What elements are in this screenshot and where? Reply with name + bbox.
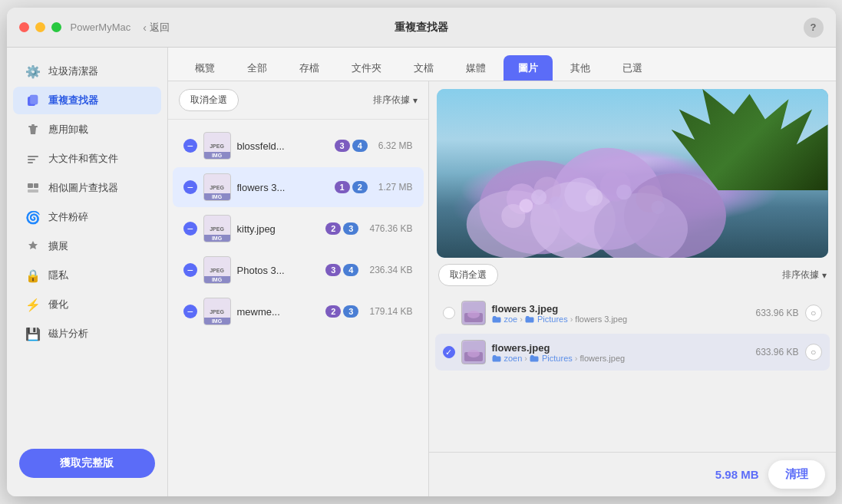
back-button[interactable]: ‹ 返回: [143, 21, 170, 35]
back-arrow-icon: ‹: [143, 21, 147, 34]
svg-point-24: [549, 196, 563, 210]
file-list-item[interactable]: − JPEG IMG flowers 3... 1 2: [173, 167, 424, 207]
file-info: blossfeld...: [237, 140, 330, 152]
svg-point-25: [586, 189, 603, 206]
sidebar-item-disk[interactable]: 💾 磁片分析: [13, 320, 161, 348]
file-list: − JPEG IMG blossfeld... 3 4: [168, 120, 428, 496]
badge-count2: 2: [352, 181, 368, 193]
tab-archive[interactable]: 存檔: [285, 55, 334, 81]
tab-all[interactable]: 全部: [233, 55, 282, 81]
path-arrow-icon3: ›: [524, 354, 527, 363]
clean-button[interactable]: 清理: [768, 460, 825, 489]
sidebar-item-uninstall[interactable]: 應用卸載: [13, 116, 161, 143]
preview-chevron-icon: ▾: [822, 270, 827, 281]
preview-file-name: flowers 3.jpeg: [492, 303, 750, 315]
sidebar-item-shred[interactable]: 🌀 文件粉碎: [13, 203, 161, 231]
preview-file-action2[interactable]: ○: [805, 344, 822, 361]
svg-rect-6: [28, 162, 33, 163]
tab-overview[interactable]: 概覽: [180, 55, 229, 81]
path-folder: Pictures: [525, 315, 568, 324]
sidebar-large-label: 大文件和舊文件: [48, 152, 118, 166]
maximize-button[interactable]: [51, 22, 61, 32]
file-thumbnail: JPEG IMG: [203, 173, 231, 201]
svg-rect-7: [28, 183, 33, 188]
preview-deselect-button[interactable]: 取消全選: [438, 264, 498, 286]
disk-icon: 💾: [25, 326, 41, 341]
remove-button[interactable]: −: [183, 305, 197, 318]
sort-button[interactable]: 排序依據 ▾: [373, 94, 418, 107]
file-list-item[interactable]: − JPEG IMG mewme... 2 3: [173, 292, 424, 331]
remove-button[interactable]: −: [183, 263, 197, 277]
sidebar-item-duplicate[interactable]: 重複查找器: [13, 87, 161, 114]
tab-media[interactable]: 媒體: [451, 55, 500, 81]
file-name: Photos 3...: [237, 265, 322, 276]
badge-group: 2 3: [325, 305, 358, 318]
trash-icon: ⚙️: [25, 64, 41, 79]
similar-icon: [25, 180, 41, 196]
preview-checkbox[interactable]: [443, 307, 455, 319]
preview-sort-button[interactable]: 排序依據 ▾: [782, 268, 827, 282]
tab-other[interactable]: 其他: [556, 55, 605, 81]
help-button[interactable]: ?: [804, 18, 824, 38]
sidebar-privacy-label: 隱私: [48, 268, 68, 282]
badge-count1: 3: [325, 264, 341, 276]
preview-image: [437, 89, 828, 258]
tab-folder[interactable]: 文件夾: [337, 55, 396, 81]
preview-file-path: zoen › Pictures ›: [492, 354, 750, 363]
sidebar-item-similar[interactable]: 相似圖片查找器: [13, 174, 161, 202]
app-name: PowerMyMac: [71, 21, 131, 33]
large-icon: [25, 151, 41, 166]
sidebar-item-optimize[interactable]: ⚡ 優化: [13, 291, 161, 318]
traffic-lights: [19, 22, 61, 32]
svg-point-30: [467, 311, 480, 318]
close-button[interactable]: [19, 22, 29, 32]
preview-thumb: [461, 340, 486, 364]
duplicate-icon: [25, 93, 41, 108]
sidebar-item-trash[interactable]: ⚙️ 垃圾清潔器: [13, 58, 161, 85]
badge-group: 1 2: [335, 181, 368, 193]
tab-image[interactable]: 圖片: [504, 55, 553, 81]
tab-document[interactable]: 文檔: [399, 55, 448, 81]
file-list-item[interactable]: − JPEG IMG kitty.jpeg 2 3: [173, 209, 424, 249]
path-file: flowers 3.jpeg: [575, 315, 627, 324]
titlebar: PowerMyMac ‹ 返回 重複查找器 ?: [7, 8, 836, 48]
preview-file-name: flowers.jpeg: [492, 342, 750, 354]
total-size: 5.98 MB: [715, 468, 759, 481]
chevron-down-icon: ▾: [413, 95, 418, 106]
sidebar-item-privacy[interactable]: 🔒 隱私: [13, 262, 161, 289]
badge-group: 3 4: [335, 140, 368, 152]
sidebar-item-extend[interactable]: 擴展: [13, 232, 161, 260]
sidebar-item-large[interactable]: 大文件和舊文件: [13, 145, 161, 173]
svg-point-27: [651, 200, 665, 214]
file-info: flowers 3...: [237, 182, 330, 193]
badge-count1: 3: [335, 140, 350, 152]
preview-checkbox-checked[interactable]: ✓: [443, 346, 455, 358]
get-full-button[interactable]: 獲取完整版: [19, 449, 155, 478]
shred-icon: 🌀: [25, 209, 41, 225]
preview-file-item[interactable]: flowers 3.jpeg zoe ›: [435, 295, 830, 331]
file-thumbnail: JPEG IMG: [203, 132, 231, 160]
file-list-item[interactable]: − JPEG IMG Photos 3... 3 4: [173, 250, 424, 290]
tab-selected[interactable]: 已選: [608, 55, 657, 81]
sidebar-item-label: 垃圾清潔器: [48, 64, 98, 78]
uninstall-icon: [25, 122, 41, 137]
path-folder2: Pictures: [530, 354, 573, 363]
file-name: kitty.jpeg: [237, 223, 322, 235]
svg-rect-9: [28, 189, 38, 193]
preview-file-item[interactable]: ✓ flowers.jpeg: [435, 334, 830, 371]
preview-footer: 5.98 MB 清理: [429, 452, 836, 496]
deselect-all-button[interactable]: 取消全選: [179, 89, 239, 111]
file-list-item[interactable]: − JPEG IMG blossfeld... 3 4: [173, 126, 424, 166]
svg-rect-8: [34, 183, 38, 188]
badge-count2: 4: [343, 264, 358, 276]
preview-file-info: flowers.jpeg zoen ›: [492, 342, 750, 363]
badge-count1: 2: [325, 305, 341, 318]
remove-button[interactable]: −: [183, 180, 197, 194]
remove-button[interactable]: −: [183, 139, 197, 153]
sidebar-disk-label: 磁片分析: [48, 327, 88, 341]
file-info: mewme...: [237, 306, 322, 318]
minimize-button[interactable]: [35, 22, 45, 32]
preview-file-action[interactable]: ○: [805, 305, 822, 321]
remove-button[interactable]: −: [183, 222, 197, 236]
svg-point-33: [467, 350, 480, 357]
